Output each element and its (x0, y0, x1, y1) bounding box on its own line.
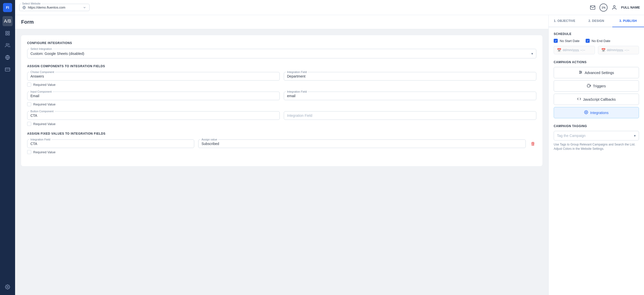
no-start-date-checkbox[interactable] (554, 39, 558, 43)
website-selector-label: Select Website (21, 2, 42, 5)
schedule-title: SCHEDULE (554, 32, 639, 36)
topbar-right: 1% FULL NAME (590, 4, 640, 12)
advanced-settings-button[interactable]: Advanced Settings (554, 67, 639, 78)
fixed-required-row-1: Required Value (27, 150, 536, 154)
svg-point-9 (7, 286, 8, 288)
assign-fixed-title: ASSIGN FIXED VALUES TO INTEGRATION FIELD… (27, 132, 536, 135)
integration-label-2: Integration Field (286, 90, 308, 93)
fixed-row-1: Integration Field CTA Assign value Subsc… (27, 139, 536, 154)
integration-field-1[interactable]: Integration Field Department (284, 72, 536, 81)
svg-rect-2 (6, 34, 7, 35)
sidebar: FI A/B (0, 0, 15, 295)
component-field-row-3: Button Component CTA Integration Field (27, 111, 536, 120)
sidebar-item-ab[interactable]: A/B (3, 16, 13, 26)
svg-point-22 (586, 112, 587, 113)
notification-icon[interactable] (590, 5, 595, 10)
campaign-actions-title: CAMPAIGN ACTIONS (554, 60, 639, 64)
component-field-2[interactable]: Input Component Email (27, 92, 280, 100)
tab-design[interactable]: 2. DESIGN (580, 15, 612, 27)
required-checkbox-3[interactable] (27, 122, 31, 126)
schedule-section: SCHEDULE No Start Date No End Date (554, 32, 639, 54)
sidebar-item-analytics[interactable] (3, 28, 13, 38)
triggers-label: Triggers (593, 84, 606, 88)
svg-point-4 (6, 44, 8, 45)
date-inputs: 📅 dd/mm/yyyy, --:-- 📅 dd/mm/yyyy, --:-- (554, 46, 639, 54)
website-url: https://demo.fluentos.com (28, 6, 81, 9)
select-integration[interactable]: Select Integration Custom: Google Sheets… (27, 49, 536, 58)
tag-campaign-select[interactable]: Tag the Campaign ▾ (554, 131, 639, 140)
globe-icon (22, 6, 26, 9)
fixed-field-1[interactable]: Integration Field CTA (27, 139, 194, 148)
app-logo: FI (3, 3, 12, 12)
svg-rect-3 (8, 34, 10, 35)
no-start-date-item: No Start Date (554, 39, 580, 43)
panel-content: SCHEDULE No Start Date No End Date (549, 27, 644, 295)
configure-integrations-title: CONFIGURE INTEGRATIONS (27, 41, 536, 45)
svg-point-16 (580, 71, 580, 72)
component-value-1: Answers (30, 74, 44, 78)
assign-components-section: ASSIGN COMPONENTS TO INTEGRATION FIELDS … (27, 64, 536, 126)
integrations-button[interactable]: Integrations (554, 107, 639, 118)
end-date-icon: 📅 (601, 48, 606, 52)
component-value-2: Email (30, 93, 39, 98)
no-end-date-item: No End Date (586, 39, 610, 43)
user-icon[interactable] (612, 5, 617, 10)
triggers-button[interactable]: Triggers (554, 80, 639, 92)
integration-label-1: Integration Field (286, 70, 308, 73)
configure-integrations-section: CONFIGURE INTEGRATIONS Select Integratio… (27, 41, 536, 58)
component-label-3: Button Component (29, 110, 55, 113)
tab-publish[interactable]: 3. PUBLISH (612, 15, 644, 27)
assign-value-label-1: Assign value (200, 138, 218, 141)
assign-fixed-section: ASSIGN FIXED VALUES TO INTEGRATION FIELD… (27, 132, 536, 154)
campaign-tagging-title: CAMPAIGN TAGGING (554, 124, 639, 128)
page-header: Form (15, 15, 548, 29)
required-checkbox-2[interactable] (27, 102, 31, 106)
campaign-tagging-section: CAMPAIGN TAGGING Tag the Campaign ▾ Use … (554, 124, 639, 151)
component-field-1[interactable]: Choise Component Answers (27, 72, 280, 81)
component-label-1: Choise Component (29, 70, 55, 73)
integration-field-2[interactable]: Integration Field email (284, 92, 536, 100)
javascript-callbacks-button[interactable]: JavaScript Callbacks (554, 94, 639, 105)
js-callbacks-icon (577, 97, 581, 102)
tag-hint: Use Tags to Group Relevant Campaigns and… (554, 142, 639, 151)
fixed-field-label-1: Integration Field (29, 138, 51, 141)
required-row-1: Required Value (27, 83, 536, 87)
end-date-field[interactable]: 📅 dd/mm/yyyy, --:-- (598, 46, 639, 54)
integration-field-3[interactable]: Integration Field (284, 111, 536, 120)
integration-value-2: email (287, 93, 295, 98)
sidebar-item-settings[interactable] (3, 282, 13, 292)
start-date-field[interactable]: 📅 dd/mm/yyyy, --:-- (554, 46, 595, 54)
delete-row-button-1[interactable]: 🗑 (530, 140, 536, 148)
progress-badge: 1% (599, 4, 608, 12)
component-value-3: CTA (30, 113, 37, 118)
no-end-date-checkbox[interactable] (586, 39, 590, 43)
tabs: 1. OBJECTIVE 2. DESIGN 3. PUBLISH (549, 15, 644, 27)
chevron-down-icon (83, 6, 86, 9)
component-field-3[interactable]: Button Component CTA (27, 111, 280, 120)
sidebar-item-billing[interactable] (3, 64, 13, 75)
assign-value-field-1[interactable]: Assign value Subscribed (198, 139, 526, 148)
svg-point-12 (613, 5, 615, 7)
main-content: CONFIGURE INTEGRATIONS Select Integratio… (15, 29, 548, 295)
right-panel: 1. OBJECTIVE 2. DESIGN 3. PUBLISH SCHEDU… (548, 15, 644, 295)
no-end-date-label: No End Date (592, 39, 610, 43)
topbar: Select Website https://demo.fluentos.com… (15, 0, 644, 15)
component-label-2: Input Component (29, 90, 53, 93)
integration-value-1: Department (287, 74, 305, 78)
tab-objective[interactable]: 1. OBJECTIVE (549, 15, 580, 27)
page-title: Form (21, 19, 542, 25)
required-checkbox-1[interactable] (27, 83, 31, 87)
integration-placeholder-3: Integration Field (287, 113, 312, 118)
sidebar-item-globe[interactable] (3, 52, 13, 62)
start-date-icon: 📅 (557, 48, 561, 52)
required-row-3: Required Value (27, 122, 536, 126)
fixed-required-label-1: Required Value (33, 150, 56, 154)
website-selector[interactable]: Select Website https://demo.fluentos.com (19, 4, 90, 11)
tag-campaign-placeholder: Tag the Campaign (557, 134, 586, 138)
advanced-settings-label: Advanced Settings (585, 71, 614, 75)
fixed-field-row-1: Integration Field CTA Assign value Subsc… (27, 139, 536, 148)
select-integration-arrow: ▾ (531, 52, 533, 56)
sidebar-item-campaigns[interactable] (3, 40, 13, 50)
fixed-required-checkbox-1[interactable] (27, 150, 31, 154)
end-date-placeholder: dd/mm/yyyy, --:-- (607, 48, 629, 52)
